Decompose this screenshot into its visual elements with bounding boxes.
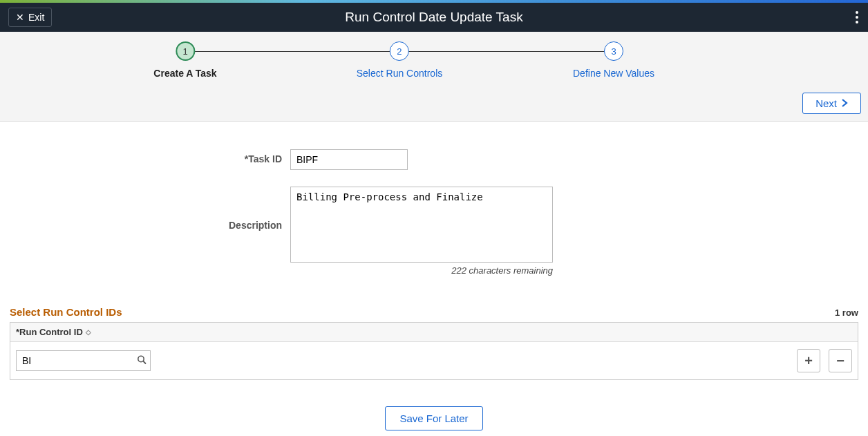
actions-menu-icon[interactable] <box>856 11 858 23</box>
page-header: ✕ Exit Run Control Date Update Task <box>0 3 868 32</box>
exit-button[interactable]: ✕ Exit <box>8 8 52 27</box>
exit-label: Exit <box>28 12 44 23</box>
close-icon: ✕ <box>16 12 24 23</box>
svg-point-0 <box>138 356 144 361</box>
row-count: 1 row <box>835 307 858 318</box>
next-button[interactable]: Next <box>802 93 861 114</box>
save-for-later-button[interactable]: Save For Later <box>385 406 482 430</box>
plus-icon: + <box>804 353 813 369</box>
stepper-area: 1 Create A Task 2 Select Run Controls 3 … <box>0 32 868 122</box>
step-number: 1 <box>176 41 195 61</box>
delete-row-button[interactable]: − <box>829 349 852 372</box>
page-title: Run Control Date Update Task <box>345 10 522 25</box>
run-control-grid: *Run Control ID ◇ + − <box>10 322 858 380</box>
sort-icon: ◇ <box>86 328 91 336</box>
form-area: *Task ID Description 222 characters rema… <box>0 122 868 306</box>
lookup-icon[interactable] <box>137 355 147 367</box>
grid-row: + − <box>10 342 858 379</box>
step-select-run-controls[interactable]: 2 Select Run Controls <box>357 41 443 79</box>
characters-remaining: 222 characters remaining <box>451 265 553 276</box>
step-track: 1 Create A Task 2 Select Run Controls 3 … <box>116 41 752 90</box>
add-row-button[interactable]: + <box>797 349 820 372</box>
chevron-right-icon <box>841 97 848 109</box>
step-label: Define New Values <box>573 68 654 79</box>
next-label: Next <box>815 97 837 109</box>
task-id-label: *Task ID <box>14 149 290 164</box>
step-define-new-values[interactable]: 3 Define New Values <box>573 41 654 79</box>
step-label: Create A Task <box>153 68 216 79</box>
step-label: Select Run Controls <box>357 68 443 79</box>
grid-header: *Run Control ID ◇ <box>10 323 858 342</box>
description-label: Description <box>14 187 290 231</box>
task-id-input[interactable] <box>290 149 408 170</box>
minus-icon: − <box>836 353 845 369</box>
step-create-task[interactable]: 1 Create A Task <box>153 41 216 79</box>
run-control-id-input[interactable] <box>16 350 151 371</box>
description-textarea[interactable] <box>290 187 553 263</box>
run-control-id-column-header[interactable]: *Run Control ID ◇ <box>16 327 91 337</box>
select-run-control-ids-title: Select Run Control IDs <box>10 306 122 318</box>
svg-line-1 <box>143 361 146 364</box>
step-number: 2 <box>390 41 409 61</box>
step-number: 3 <box>604 41 623 61</box>
